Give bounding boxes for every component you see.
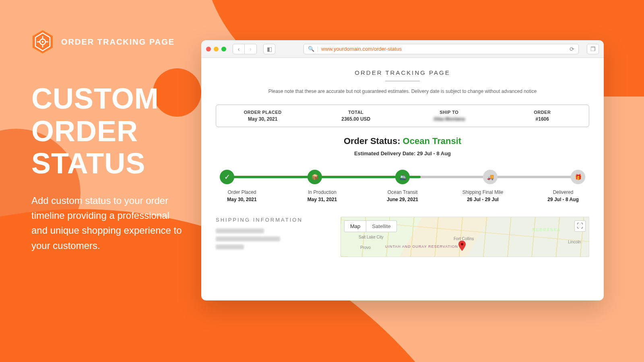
- map-tab-satellite[interactable]: Satellite: [366, 221, 396, 232]
- close-window-button[interactable]: [206, 47, 211, 51]
- summary-label: ORDER: [496, 110, 589, 115]
- separator: [318, 46, 318, 52]
- search-icon: 🔍: [308, 46, 314, 52]
- order-status-line: Order Status: Ocean Transit: [216, 136, 589, 146]
- map-label: Lincoln: [568, 240, 581, 244]
- svg-point-3: [42, 41, 43, 43]
- tabs-icon: ❐: [590, 46, 596, 52]
- map-label: Salt Lake City: [359, 235, 384, 239]
- minimize-window-button[interactable]: [214, 47, 219, 51]
- page-title: ORDER TRACKING PAGE: [216, 69, 589, 76]
- timeline-node-1: 📦: [308, 170, 322, 184]
- summary-value: #1606: [496, 116, 589, 122]
- lower-section: SHIPPING INFORMATION Map Satellite ⛶ Ogd…: [216, 217, 589, 257]
- marketing-stage: ORDER TRACKING PAGE CUSTOM ORDER STATUS …: [0, 0, 644, 362]
- estimated-delivery: Estimated Delivery Date: 29 Jul - 8 Aug: [216, 150, 589, 156]
- map-label: UINTAH AND OURAY RESERVATION: [385, 245, 458, 249]
- title-rule: [385, 81, 420, 81]
- redacted-line: [216, 237, 280, 241]
- redacted-line: [216, 245, 244, 249]
- step-date: May 30, 2021: [220, 197, 264, 202]
- page-content: ORDER TRACKING PAGE Please note that the…: [201, 58, 604, 300]
- chevron-right-icon: ›: [250, 46, 252, 52]
- summary-order-number: ORDER #1606: [496, 110, 589, 122]
- summary-total: TOTAL 2365.00 USD: [310, 110, 403, 122]
- headline-line: CUSTOM: [31, 82, 159, 115]
- timeline-step-4: Delivered29 Jul - 8 Aug: [541, 189, 585, 202]
- summary-order-placed: ORDER PLACED May 30, 2021: [216, 110, 310, 122]
- forward-button[interactable]: ›: [245, 44, 257, 54]
- maximize-window-button[interactable]: [221, 47, 226, 51]
- shipping-heading: SHIPPING INFORMATION: [216, 217, 328, 223]
- summary-label: ORDER PLACED: [216, 110, 310, 115]
- promo-body-text: Add custom status to your order timeline…: [31, 193, 184, 253]
- map-type-toggle: Map Satellite: [344, 220, 397, 232]
- chevron-left-icon: ‹: [238, 46, 240, 52]
- summary-value: May 30, 2021: [216, 116, 310, 122]
- url-text: www.yourdomain.com/order-status: [321, 46, 566, 52]
- summary-ship-to: SHIP TO Alba Montana: [402, 110, 496, 122]
- ship-icon: 🚢: [399, 174, 406, 180]
- status-value: Ocean Transit: [403, 136, 462, 146]
- status-timeline: ✓📦🚢🚚🎁: [220, 169, 585, 185]
- headline-line: STATUS: [31, 147, 159, 180]
- brand-hex-icon: [31, 29, 54, 55]
- edd-label: Estimated Delivery Date:: [354, 150, 417, 156]
- browser-chrome: ‹ › ◧ 🔍 www.yourdomain.com/order-status …: [201, 40, 604, 58]
- truck-icon: 🚚: [487, 174, 494, 180]
- status-label: Order Status:: [344, 136, 403, 146]
- timeline-node-0: ✓: [220, 170, 234, 184]
- step-name: Delivered: [541, 189, 585, 195]
- edd-value: 29 Jul - 8 Aug: [417, 150, 451, 156]
- timeline-step-1: In ProductionMay 31, 2021: [300, 189, 345, 202]
- summary-label: TOTAL: [310, 110, 403, 115]
- promo-headline: CUSTOM ORDER STATUS: [31, 82, 159, 180]
- timeline-node-2: 🚢: [395, 170, 410, 184]
- brand-logo: ORDER TRACKING PAGE: [31, 29, 175, 55]
- map-label: Provo: [360, 245, 371, 250]
- map-tab-map[interactable]: Map: [345, 221, 366, 232]
- back-button[interactable]: ‹: [233, 44, 245, 54]
- tabs-button[interactable]: ❐: [587, 44, 599, 54]
- order-summary-box: ORDER PLACED May 30, 2021 TOTAL 2365.00 …: [216, 105, 589, 127]
- panel-icon: ◧: [267, 46, 272, 52]
- disclaimer-text: Please note that these are accurate but …: [216, 88, 589, 94]
- step-name: In Production: [300, 189, 345, 195]
- browser-window: ‹ › ◧ 🔍 www.yourdomain.com/order-status …: [201, 40, 604, 300]
- bg-blob-small: [153, 68, 201, 117]
- step-date: June 29, 2021: [380, 197, 425, 202]
- map-widget[interactable]: Map Satellite ⛶ Ogden Salt Lake City Pro…: [341, 217, 589, 257]
- step-date: 26 Jul - 29 Jul: [461, 197, 505, 202]
- address-bar[interactable]: 🔍 www.yourdomain.com/order-status ⟳: [303, 44, 579, 54]
- gift-icon: 🎁: [575, 174, 582, 180]
- headline-line: ORDER: [31, 115, 159, 148]
- timeline-node-4: 🎁: [571, 170, 585, 184]
- timeline-step-labels: Order PlacedMay 30, 2021In ProductionMay…: [220, 189, 585, 202]
- window-controls: [206, 47, 226, 51]
- box-icon: 📦: [312, 174, 318, 180]
- check-icon: ✓: [224, 173, 230, 181]
- map-pin-icon: [458, 241, 466, 251]
- timeline-node-3: 🚚: [483, 170, 497, 184]
- svg-point-8: [461, 243, 463, 245]
- step-name: Order Placed: [220, 189, 264, 195]
- map-fullscreen-button[interactable]: ⛶: [574, 220, 586, 232]
- summary-value-redacted: Alba Montana: [402, 116, 496, 122]
- nav-buttons: ‹ ›: [233, 44, 257, 54]
- shipping-info: SHIPPING INFORMATION: [216, 217, 328, 257]
- step-name: Shipping Final Mile: [461, 189, 505, 195]
- fullscreen-icon: ⛶: [577, 222, 583, 230]
- timeline-nodes: ✓📦🚢🚚🎁: [220, 169, 585, 185]
- sidebar-toggle-button[interactable]: ◧: [263, 44, 275, 54]
- step-date: 29 Jul - 8 Aug: [541, 197, 585, 202]
- timeline-step-2: Ocean TransitJune 29, 2021: [380, 189, 425, 202]
- reload-icon[interactable]: ⟳: [570, 46, 574, 52]
- timeline-step-3: Shipping Final Mile26 Jul - 29 Jul: [461, 189, 505, 202]
- brand-logo-text: ORDER TRACKING PAGE: [61, 37, 175, 47]
- timeline-step-0: Order PlacedMay 30, 2021: [220, 189, 264, 202]
- step-name: Ocean Transit: [380, 189, 425, 195]
- step-date: May 31, 2021: [300, 197, 345, 202]
- summary-value: 2365.00 USD: [310, 116, 403, 122]
- map-label: NEBRASKA: [533, 228, 561, 232]
- summary-label: SHIP TO: [402, 110, 496, 115]
